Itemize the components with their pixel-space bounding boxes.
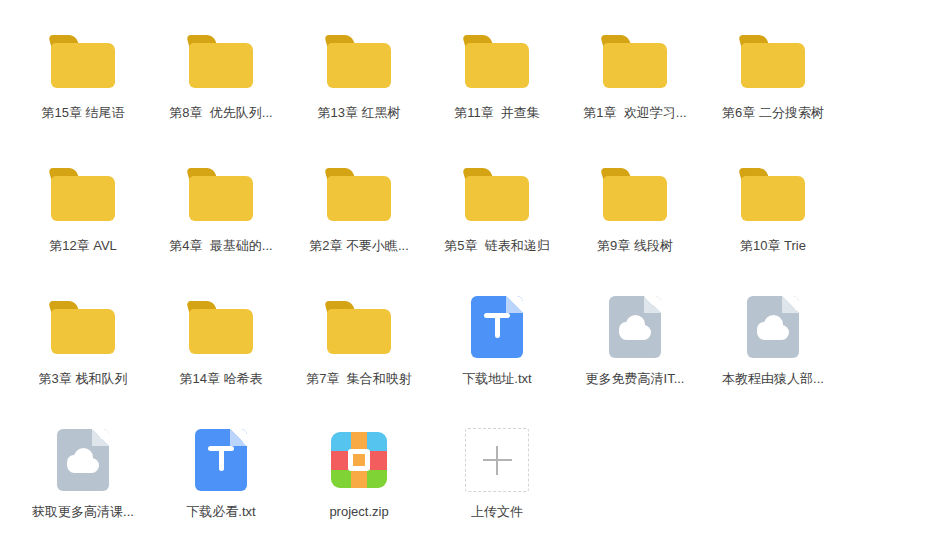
item-label: 第2章 不要小瞧... [309, 238, 409, 254]
folder-item[interactable]: 第10章 Trie [704, 151, 842, 284]
item-label: 下载地址.txt [462, 371, 531, 387]
zip-file-item[interactable]: project.zip [290, 417, 428, 550]
item-label: 第15章 结尾语 [41, 105, 124, 121]
folder-icon [327, 35, 391, 88]
iconbox [327, 28, 391, 94]
folder-item[interactable]: 第8章 优先队列... [152, 18, 290, 151]
folder-icon [51, 168, 115, 221]
folder-item[interactable]: 第15章 结尾语 [14, 18, 152, 151]
folder-icon [189, 35, 253, 88]
item-label: 第9章 线段树 [597, 238, 673, 254]
iconbox [57, 427, 109, 493]
iconbox [327, 294, 391, 360]
item-label: 第11章 并查集 [454, 105, 540, 121]
txt-file-item[interactable]: 下载地址.txt [428, 284, 566, 417]
iconbox [465, 161, 529, 227]
folder-item[interactable]: 第4章 最基础的... [152, 151, 290, 284]
item-label: 第13章 红黑树 [317, 105, 400, 121]
file-grid: 第15章 结尾语 第8章 优先队列... 第13章 红黑树 第11章 并查集 第… [14, 18, 842, 550]
folder-item[interactable]: 第14章 哈希表 [152, 284, 290, 417]
folder-icon [189, 168, 253, 221]
item-label: 第7章 集合和映射 [306, 371, 411, 387]
folder-icon [51, 35, 115, 88]
zip-archive-icon [331, 432, 387, 488]
folder-item[interactable]: 第11章 并查集 [428, 18, 566, 151]
iconbox [609, 294, 661, 360]
cloud-file-icon [747, 296, 799, 358]
iconbox [747, 294, 799, 360]
folder-icon [741, 35, 805, 88]
iconbox [603, 28, 667, 94]
item-label: 第1章 欢迎学习... [583, 105, 686, 121]
text-file-icon [471, 296, 523, 358]
iconbox [51, 161, 115, 227]
folder-icon [603, 168, 667, 221]
item-label: 第5章 链表和递归 [444, 238, 549, 254]
item-label: 第6章 二分搜索树 [722, 105, 824, 121]
folder-item[interactable]: 第9章 线段树 [566, 151, 704, 284]
folder-item[interactable]: 第3章 栈和队列 [14, 284, 152, 417]
upload-button[interactable]: 上传文件 [428, 417, 566, 550]
iconbox [189, 294, 253, 360]
iconbox [331, 427, 387, 493]
plus-icon [465, 428, 529, 492]
iconbox [603, 161, 667, 227]
folder-icon [327, 168, 391, 221]
folder-icon [465, 35, 529, 88]
file-item[interactable]: 获取更多高清课... [14, 417, 152, 550]
iconbox [51, 294, 115, 360]
item-label: project.zip [329, 504, 388, 520]
iconbox [465, 28, 529, 94]
iconbox [51, 28, 115, 94]
iconbox [189, 161, 253, 227]
file-item[interactable]: 本教程由猿人部... [704, 284, 842, 417]
item-label: 上传文件 [471, 504, 523, 520]
folder-icon [327, 301, 391, 354]
folder-item[interactable]: 第7章 集合和映射 [290, 284, 428, 417]
folder-item[interactable]: 第1章 欢迎学习... [566, 18, 704, 151]
item-label: 第10章 Trie [740, 238, 806, 254]
folder-item[interactable]: 第6章 二分搜索树 [704, 18, 842, 151]
cloud-file-icon [609, 296, 661, 358]
folder-icon [603, 35, 667, 88]
folder-icon [465, 168, 529, 221]
folder-item[interactable]: 第12章 AVL [14, 151, 152, 284]
item-label: 本教程由猿人部... [722, 371, 824, 387]
item-label: 第4章 最基础的... [169, 238, 272, 254]
iconbox [465, 427, 529, 493]
item-label: 下载必看.txt [186, 504, 255, 520]
folder-item[interactable]: 第13章 红黑树 [290, 18, 428, 151]
folder-item[interactable]: 第2章 不要小瞧... [290, 151, 428, 284]
iconbox [195, 427, 247, 493]
iconbox [327, 161, 391, 227]
iconbox [741, 28, 805, 94]
folder-item[interactable]: 第5章 链表和递归 [428, 151, 566, 284]
iconbox [741, 161, 805, 227]
text-file-icon [195, 429, 247, 491]
iconbox [471, 294, 523, 360]
folder-icon [51, 301, 115, 354]
item-label: 第3章 栈和队列 [39, 371, 128, 387]
cloud-file-icon [57, 429, 109, 491]
txt-file-item[interactable]: 下载必看.txt [152, 417, 290, 550]
item-label: 第14章 哈希表 [179, 371, 262, 387]
folder-icon [741, 168, 805, 221]
iconbox [189, 28, 253, 94]
folder-icon [189, 301, 253, 354]
file-item[interactable]: 更多免费高清IT... [566, 284, 704, 417]
item-label: 获取更多高清课... [32, 504, 134, 520]
item-label: 第8章 优先队列... [169, 105, 272, 121]
item-label: 第12章 AVL [49, 238, 117, 254]
item-label: 更多免费高清IT... [586, 371, 685, 387]
